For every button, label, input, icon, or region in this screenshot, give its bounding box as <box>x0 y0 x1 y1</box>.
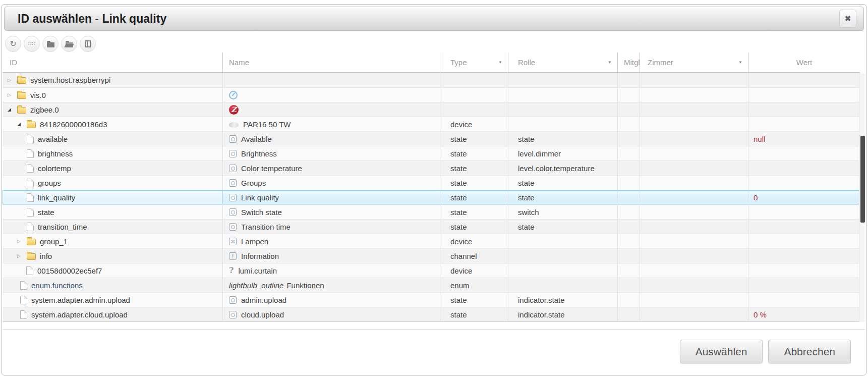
book-icon <box>85 40 91 47</box>
expand-icon[interactable]: ▷ <box>8 92 17 97</box>
object-id-label: link_quality <box>38 193 75 202</box>
table-row[interactable]: ▷system.host.raspberrypi <box>3 73 860 87</box>
refresh-button[interactable]: ↻ <box>5 36 21 52</box>
cell-name <box>223 102 440 117</box>
table-row[interactable]: ◢zigbee.0 <box>3 102 860 117</box>
page-icon <box>20 310 27 319</box>
collapse-icon[interactable]: ◢ <box>8 107 17 112</box>
object-id-label: colortemp <box>38 164 71 173</box>
cell-type: state <box>440 132 508 146</box>
table-row[interactable]: ▷vis.0 <box>3 87 860 102</box>
object-name-label: Information <box>241 252 279 260</box>
columns-button[interactable] <box>80 36 96 52</box>
column-header-name: Name <box>223 52 440 72</box>
tree-item: groups <box>3 179 61 187</box>
table-row[interactable]: system.adapter.admin.uploadadmin.uploads… <box>3 292 860 307</box>
cell-role <box>508 102 618 117</box>
object-name-label: Lampen <box>241 237 268 246</box>
cell-role <box>508 73 618 87</box>
cancel-button[interactable]: Abbrechen <box>768 340 851 363</box>
cell-type <box>440 102 508 117</box>
table-row[interactable]: availableAvailablestatestatenull <box>3 131 860 146</box>
dialog-titlebar: ID auswählen - Link quality ✖ <box>4 7 864 31</box>
table-row[interactable]: ◢84182600000186d3PAR16 50 TWdevice <box>3 117 860 131</box>
object-id-label: enum.functions <box>31 281 83 290</box>
table-row[interactable]: enum.functionslightbulb_outlineFunktione… <box>3 278 860 292</box>
expand-icon[interactable]: ▷ <box>17 253 27 258</box>
close-button[interactable]: ✖ <box>839 10 856 28</box>
select-button[interactable]: Auswählen <box>680 340 763 363</box>
filter-dropdown-icon[interactable]: ▼ <box>608 60 612 65</box>
cell-member <box>618 117 640 131</box>
column-header-member: Mitglieder <box>618 52 640 72</box>
cell-value <box>748 117 860 131</box>
expand-icon[interactable]: ▷ <box>17 239 27 244</box>
page-icon <box>27 135 34 143</box>
expand-all-button[interactable] <box>61 36 77 52</box>
cell-name: Available <box>223 132 440 146</box>
cell-member <box>618 249 640 263</box>
cell-type: state <box>440 307 508 321</box>
table-row[interactable]: ▷infoInformationchannel <box>3 248 860 263</box>
tree-item: ▷vis.0 <box>3 91 46 99</box>
column-header-room[interactable]: Zimmer▼ <box>640 52 748 72</box>
cell-name: Switch state <box>223 205 440 219</box>
cell-member <box>618 190 640 204</box>
cell-name: lightbulb_outlineFunktionen <box>223 278 440 292</box>
list-icon: ∷∷ <box>28 41 36 46</box>
table-row[interactable]: system.adapter.cloud.uploadcloud.uploads… <box>3 307 860 321</box>
column-header-role[interactable]: Rolle▼ <box>508 52 618 72</box>
cell-name: Brightness <box>223 146 440 160</box>
cell-member <box>618 205 640 219</box>
state-icon <box>229 179 237 187</box>
filter-dropdown-icon[interactable]: ▼ <box>498 60 502 65</box>
table-row[interactable]: brightnessBrightnessstatelevel.dimmer <box>3 146 860 160</box>
cell-value <box>748 146 860 160</box>
page-icon <box>27 208 34 217</box>
object-id-label: system.adapter.admin.upload <box>31 296 130 304</box>
cell-room <box>640 102 748 117</box>
table-row[interactable]: ▷group_1Lampendevice <box>3 234 860 248</box>
cell-id: ▷vis.0 <box>3 88 223 102</box>
cell-value <box>748 176 860 190</box>
cell-member <box>618 176 640 190</box>
object-id-label: 00158d0002ec5ef7 <box>37 266 102 275</box>
filter-dropdown-icon[interactable]: ▼ <box>738 60 742 65</box>
cell-name: Link quality <box>223 190 440 204</box>
table-row[interactable]: transition_timeTransition timestatestate <box>3 219 860 234</box>
folder-icon <box>17 92 26 99</box>
table-row[interactable]: 00158d0002ec5ef7lumi.curtaindevice <box>3 263 860 278</box>
object-name-label: cloud.upload <box>241 310 284 319</box>
cell-room <box>640 132 748 146</box>
state-icon <box>229 311 237 318</box>
object-name-label: PAR16 50 TW <box>243 120 291 129</box>
cell-role: state <box>508 132 618 146</box>
table-row[interactable]: link_qualityLink qualitystatestate0 <box>3 190 860 204</box>
cell-id: enum.functions <box>3 278 223 292</box>
table-row[interactable]: groupsGroupsstatestate <box>3 175 860 190</box>
footer-divider <box>3 329 865 330</box>
list-view-button[interactable]: ∷∷ <box>24 36 40 52</box>
cell-room <box>640 293 748 307</box>
collapse-icon[interactable]: ◢ <box>17 122 27 127</box>
column-header-type[interactable]: Type▼ <box>440 52 508 72</box>
scrollbar-thumb[interactable] <box>860 136 865 223</box>
table-row[interactable]: colortempColor temperaturestatelevel.col… <box>3 160 860 175</box>
object-name-label: Groups <box>241 179 266 187</box>
cell-role: switch <box>508 205 618 219</box>
dialog-title: ID auswählen - Link quality <box>18 12 166 26</box>
cell-value <box>748 161 860 175</box>
cell-id: ▷system.host.raspberrypi <box>3 73 223 87</box>
object-id-label: transition_time <box>38 223 87 231</box>
cell-role <box>508 249 618 263</box>
expand-icon[interactable]: ▷ <box>8 78 17 83</box>
cell-value <box>748 73 860 87</box>
object-name-label: lumi.curtain <box>238 266 277 275</box>
object-id-label: groups <box>38 179 61 187</box>
vertical-scrollbar[interactable] <box>859 73 865 322</box>
table-row[interactable]: stateSwitch statestateswitch <box>3 204 860 219</box>
object-id-label: system.host.raspberrypi <box>30 76 110 84</box>
collapse-all-button[interactable] <box>42 36 59 52</box>
tree-item: state <box>3 208 54 217</box>
state-icon <box>229 296 237 304</box>
